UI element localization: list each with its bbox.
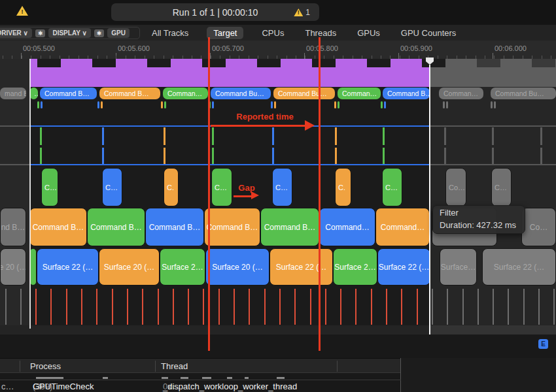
timeline-ruler[interactable]: 00:05.50000:05.60000:05.70000:05.80000:0… bbox=[0, 41, 556, 59]
surface-block[interactable]: Surface 2… bbox=[333, 248, 377, 286]
surface-block[interactable] bbox=[29, 248, 37, 286]
event-tick bbox=[37, 101, 39, 108]
playhead-line[interactable] bbox=[429, 65, 430, 335]
command-buffer-block[interactable]: Command B… bbox=[204, 208, 260, 246]
display-dropdown[interactable]: DISPLAY ∨ bbox=[48, 28, 90, 38]
tab-threads[interactable]: Threads bbox=[302, 27, 339, 39]
command-buffer-pill[interactable]: Command B… bbox=[383, 88, 430, 99]
vsync-tick bbox=[538, 289, 540, 325]
gpu-button[interactable]: GPU bbox=[107, 28, 130, 38]
display-star-button[interactable]: ✱ bbox=[94, 29, 105, 37]
encoder-block[interactable]: C… bbox=[382, 168, 402, 206]
command-buffer-pill[interactable]: Command B… bbox=[40, 88, 97, 99]
command-buffer-pill[interactable]: Command Bu… bbox=[273, 88, 335, 99]
selection-start-line[interactable] bbox=[29, 59, 31, 329]
tab-gpus[interactable]: GPUs bbox=[355, 27, 383, 39]
event-line[interactable] bbox=[444, 148, 446, 164]
event-line[interactable] bbox=[492, 127, 494, 145]
event-line[interactable] bbox=[492, 148, 494, 164]
encoder-block[interactable]: C… bbox=[41, 168, 58, 206]
track-tabs: All TracksTargetCPUsThreadsGPUsGPU Count… bbox=[149, 26, 459, 39]
event-tick bbox=[212, 101, 214, 108]
encoder-block[interactable]: C… bbox=[272, 168, 292, 206]
tab-gpu-counters[interactable]: GPU Counters bbox=[398, 27, 459, 39]
warning-badge[interactable]: ! 1 bbox=[294, 8, 310, 17]
event-line[interactable] bbox=[540, 127, 542, 145]
vsync-tick bbox=[218, 289, 220, 325]
tab-cpus[interactable]: CPUs bbox=[259, 27, 287, 39]
encoder-block[interactable]: C… bbox=[211, 168, 232, 206]
tab-all-tracks[interactable]: All Tracks bbox=[149, 27, 191, 39]
track-top-line-stub bbox=[0, 125, 29, 127]
event-line[interactable] bbox=[40, 148, 42, 164]
driver-star-button[interactable]: ✱ bbox=[35, 29, 46, 37]
surface-block[interactable]: e 20 (… bbox=[0, 248, 26, 286]
event-line[interactable] bbox=[164, 127, 165, 145]
command-buffer-block[interactable]: Command B… bbox=[87, 208, 145, 246]
vsync-tick bbox=[20, 289, 22, 325]
command-buffer-pill[interactable]: Command Bu… bbox=[211, 88, 271, 99]
column-header-thread[interactable]: Thread bbox=[161, 361, 188, 371]
column-divider[interactable] bbox=[337, 361, 338, 372]
event-line[interactable] bbox=[212, 148, 214, 164]
event-line[interactable] bbox=[272, 148, 274, 164]
warning-icon[interactable]: ! bbox=[16, 6, 28, 16]
detail-table-header: Process Thread bbox=[0, 358, 401, 373]
table-row[interactable]: c… GPUTimeCheck (369) _dispatch_workloop… bbox=[0, 382, 401, 392]
event-line[interactable] bbox=[212, 127, 214, 145]
event-line[interactable] bbox=[272, 127, 274, 145]
command-buffer-pill[interactable]: Comman… bbox=[163, 88, 208, 99]
vsync-tick bbox=[173, 289, 174, 325]
command-buffer-block[interactable]: Co… bbox=[521, 208, 556, 246]
minimap-badge[interactable]: E bbox=[538, 339, 548, 349]
tab-target[interactable]: Target bbox=[207, 27, 243, 39]
event-tick bbox=[41, 101, 43, 108]
command-buffer-pill[interactable]: Comman… bbox=[338, 88, 381, 99]
command-buffer-block[interactable]: Command B… bbox=[260, 208, 319, 246]
event-line[interactable] bbox=[335, 127, 337, 145]
command-buffer-block[interactable]: Command B… bbox=[145, 208, 204, 246]
surface-block[interactable]: Surface 2… bbox=[160, 248, 205, 286]
vsync-tick bbox=[35, 289, 37, 325]
column-divider[interactable] bbox=[20, 361, 20, 372]
event-line[interactable] bbox=[444, 127, 446, 145]
encoder-block[interactable]: C… bbox=[491, 168, 512, 206]
surface-block[interactable]: Surface 22 (… bbox=[37, 248, 99, 286]
command-buffer-block[interactable]: nd B… bbox=[0, 208, 26, 246]
column-header-process[interactable]: Process bbox=[30, 361, 61, 371]
command-buffer-pill[interactable]: mand Bu… bbox=[0, 88, 26, 99]
event-line[interactable] bbox=[540, 148, 542, 164]
event-line[interactable] bbox=[164, 148, 165, 164]
command-buffer-block[interactable]: Command… bbox=[375, 208, 430, 246]
event-tick bbox=[443, 101, 445, 108]
event-line[interactable] bbox=[335, 148, 337, 164]
event-line[interactable] bbox=[102, 127, 104, 145]
command-buffer-pill[interactable]: … bbox=[29, 88, 38, 99]
command-buffer-block[interactable]: Command B… bbox=[29, 208, 87, 246]
thread-cell: _dispatch_workloop_worker_thread 0x… bbox=[163, 382, 181, 391]
encoder-block[interactable]: C… bbox=[102, 168, 122, 206]
surface-block[interactable]: Surface 20 (… bbox=[99, 248, 160, 286]
surface-block[interactable]: Surface… bbox=[440, 248, 477, 286]
surface-block[interactable]: Surface 20 (… bbox=[205, 248, 269, 286]
instrument-controls: DRIVER ∨ ✱ DISPLAY ∨ ✱ GPU bbox=[0, 27, 140, 39]
surface-block[interactable]: Surface 22 (… bbox=[377, 248, 430, 286]
encoder-block[interactable]: Co… bbox=[445, 168, 466, 206]
command-buffer-pill[interactable]: Comman… bbox=[439, 88, 483, 99]
event-tick bbox=[381, 101, 383, 108]
surface-block[interactable]: Surface 22 (… bbox=[482, 248, 556, 286]
event-line[interactable] bbox=[102, 148, 104, 164]
event-line[interactable] bbox=[40, 127, 42, 145]
command-buffer-block[interactable]: Command… bbox=[319, 208, 375, 246]
band-notch bbox=[147, 59, 171, 67]
encoder-block[interactable]: C. bbox=[164, 168, 179, 206]
vsync-tick bbox=[81, 289, 82, 325]
command-buffer-pill[interactable]: Command Bu… bbox=[491, 88, 556, 99]
event-line[interactable] bbox=[383, 127, 385, 145]
surface-block[interactable]: Surface 22 (… bbox=[269, 248, 333, 286]
column-divider[interactable] bbox=[155, 361, 156, 372]
event-line[interactable] bbox=[383, 148, 385, 164]
driver-dropdown[interactable]: DRIVER ∨ bbox=[0, 28, 32, 38]
command-buffer-pill[interactable]: Command B… bbox=[99, 88, 160, 99]
encoder-block[interactable]: C. bbox=[335, 168, 351, 206]
